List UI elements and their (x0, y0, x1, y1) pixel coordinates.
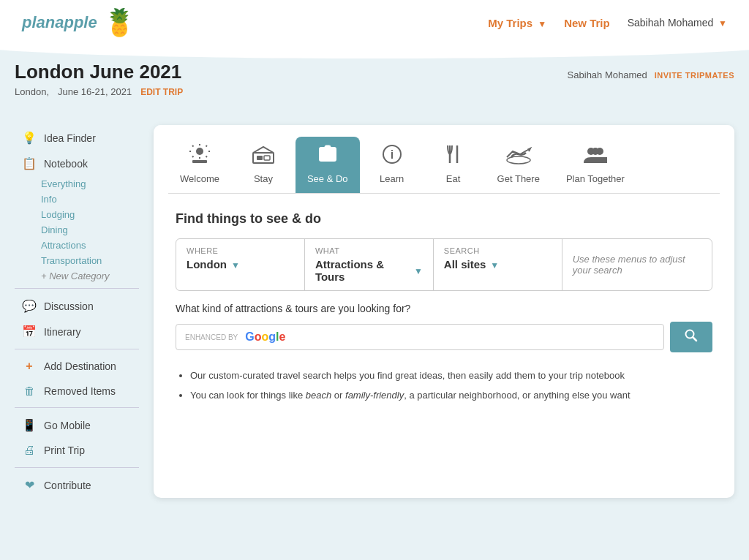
tab-get-there-label: Get There (497, 173, 540, 184)
tab-learn-label: Learn (380, 173, 404, 184)
discussion-label: Discussion (44, 300, 94, 312)
add-destination-label: Add Destination (44, 360, 116, 372)
get-there-icon (505, 147, 532, 169)
eat-icon (444, 144, 463, 169)
sidebar-item-discussion[interactable]: 💬 Discussion (15, 293, 139, 319)
bullet-1: Our custom-curated travel search helps y… (190, 367, 712, 384)
subnav-attractions[interactable]: Attractions (37, 238, 139, 253)
svg-point-19 (507, 156, 530, 164)
where-dropdown-icon: ▼ (231, 260, 240, 270)
svg-point-22 (592, 148, 599, 155)
trip-subtitle: London, June 16-21, 2021 EDIT TRIP (15, 86, 183, 97)
search-input[interactable] (290, 331, 655, 343)
svg-rect-9 (192, 160, 207, 163)
invite-tripmates-button[interactable]: INVITE TRIPMATES (655, 71, 734, 80)
idea-finder-label: Idea Finder (44, 132, 96, 144)
filter-search-label: SEARCH (444, 246, 552, 255)
info-bullets: Our custom-curated travel search helps y… (176, 367, 712, 404)
sidebar-item-print-trip[interactable]: 🖨 Print Trip (15, 438, 139, 463)
itinerary-label: Itinerary (44, 326, 81, 338)
filter-where-value: London ▼ (187, 258, 294, 270)
sidebar-item-go-mobile[interactable]: 📱 Go Mobile (15, 412, 139, 438)
trip-header-right: Sabihah Mohamed INVITE TRIPMATES (568, 69, 734, 80)
svg-rect-11 (257, 156, 263, 160)
lightbulb-icon: 💡 (22, 131, 37, 145)
subnav-transportation[interactable]: Transportation (37, 253, 139, 268)
svg-line-24 (693, 338, 697, 341)
svg-line-8 (192, 156, 194, 158)
heart-icon: ❤ (22, 478, 37, 492)
sidebar-item-removed-items[interactable]: 🗑 Removed Items (15, 379, 139, 403)
print-trip-label: Print Trip (44, 444, 85, 456)
svg-line-7 (206, 145, 207, 147)
svg-rect-10 (253, 153, 274, 163)
filter-what-value: Attractions & Tours ▼ (315, 258, 423, 283)
trip-header-left: London June 2021 London, June 16-21, 202… (15, 61, 183, 97)
main-wrapper: 💡 Idea Finder 📋 Notebook Everything Info… (0, 103, 749, 512)
tab-eat[interactable]: Eat (424, 137, 483, 193)
svg-text:i: i (390, 148, 393, 161)
tab-stay-label: Stay (254, 173, 273, 184)
svg-point-0 (196, 148, 203, 155)
search-question: What kind of attractions & tours are you… (176, 303, 712, 314)
sidebar: 💡 Idea Finder 📋 Notebook Everything Info… (15, 125, 139, 498)
tab-learn[interactable]: i Learn (363, 137, 421, 193)
new-trip-link[interactable]: New Trip (564, 17, 610, 29)
enhanced-by-label: ENHANCED BY (185, 333, 238, 341)
filter-what-label: WHAT (315, 246, 423, 255)
tab-see-do[interactable]: See & Do (296, 137, 360, 193)
filter-search-value: All sites ▼ (444, 258, 552, 270)
svg-line-5 (192, 145, 194, 147)
tab-welcome[interactable]: Welcome (168, 137, 231, 193)
section-title: Find things to see & do (176, 211, 712, 227)
filter-where-label: WHERE (187, 246, 294, 255)
logo[interactable]: planapple 🍍 (22, 7, 136, 38)
subnav-info[interactable]: Info (37, 192, 139, 207)
header-nav: My Trips ▼ New Trip Sabihah Mohamed ▼ (488, 17, 727, 29)
notebook-label: Notebook (44, 158, 88, 170)
logo-text: planapple (22, 13, 97, 31)
user-menu[interactable]: Sabihah Mohamed ▼ (628, 17, 727, 29)
logo-icon: 🍍 (103, 7, 136, 38)
trip-title: London June 2021 (15, 61, 183, 83)
content-body: Find things to see & do WHERE London ▼ W… (154, 194, 734, 425)
go-mobile-label: Go Mobile (44, 420, 91, 431)
sidebar-item-add-destination[interactable]: + Add Destination (15, 354, 139, 379)
print-icon: 🖨 (22, 444, 37, 457)
my-trips-link[interactable]: My Trips ▼ (488, 17, 546, 29)
mobile-icon: 📱 (22, 418, 37, 432)
filter-search[interactable]: SEARCH All sites ▼ (434, 239, 562, 290)
user-dropdown-icon: ▼ (718, 18, 727, 29)
tab-stay[interactable]: Stay (234, 138, 293, 193)
svg-line-6 (206, 156, 207, 158)
sidebar-item-contribute[interactable]: ❤ Contribute (15, 472, 139, 498)
tab-get-there[interactable]: Get There (486, 140, 552, 193)
filter-what[interactable]: WHAT Attractions & Tours ▼ (305, 239, 434, 290)
notebook-subnav: Everything Info Lodging Dining Attractio… (15, 176, 139, 284)
stay-icon (252, 145, 275, 169)
subnav-lodging[interactable]: Lodging (37, 207, 139, 222)
learn-icon: i (382, 144, 402, 169)
sidebar-item-notebook[interactable]: 📋 Notebook (15, 151, 139, 176)
subnav-dining[interactable]: Dining (37, 222, 139, 238)
see-do-icon (317, 144, 338, 169)
italic-family: family-friendly (345, 390, 404, 401)
edit-trip-button[interactable]: EDIT TRIP (140, 87, 183, 97)
sidebar-item-idea-finder[interactable]: 💡 Idea Finder (15, 125, 139, 151)
discussion-icon: 💬 (22, 299, 37, 313)
subnav-everything[interactable]: Everything (37, 176, 139, 192)
notebook-icon: 📋 (22, 156, 37, 170)
tab-eat-label: Eat (446, 173, 461, 184)
search-input-wrapper[interactable]: ENHANCED BY Google (176, 324, 664, 350)
tab-plan-together-label: Plan Together (566, 173, 625, 184)
trip-owner: Sabihah Mohamed (568, 69, 647, 80)
google-label: Google (245, 330, 285, 344)
sidebar-item-itinerary[interactable]: 📅 Itinerary (15, 319, 139, 344)
search-button[interactable] (670, 322, 712, 352)
tab-plan-together[interactable]: Plan Together (554, 138, 636, 193)
search-filters: WHERE London ▼ WHAT Attractions & Tours … (176, 238, 712, 291)
filter-where[interactable]: WHERE London ▼ (176, 239, 305, 290)
filter-hint: Use these menus to adjust your search (562, 239, 712, 290)
new-category-link[interactable]: + New Category (37, 268, 139, 284)
tab-welcome-label: Welcome (180, 173, 219, 184)
